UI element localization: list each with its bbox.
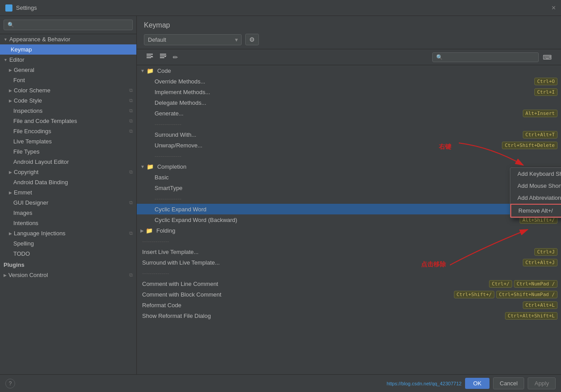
sidebar-item-color-scheme[interactable]: ▶ Color Scheme ⧉ [0, 85, 136, 95]
sidebar-item-copyright[interactable]: ▶ Copyright ⧉ [0, 167, 136, 177]
tree-item-surround-with[interactable]: Surround With... Ctrl+Alt+T [137, 129, 561, 140]
folder-icon-completion: 📁 [147, 163, 154, 170]
copy-icon-li: ⧉ [129, 230, 133, 236]
svg-rect-7 [160, 55, 164, 56]
content-area: Keymap Default Eclipse Emacs NetBeans Vi… [137, 16, 561, 374]
sidebar-item-file-types[interactable]: File Types [0, 147, 136, 157]
svg-rect-3 [147, 55, 151, 56]
sidebar-item-images[interactable]: Images [0, 208, 136, 218]
sidebar-item-label: Font [13, 77, 25, 83]
sidebar-search-input[interactable] [4, 20, 133, 30]
sidebar-item-plugins[interactable]: Plugins [0, 259, 136, 270]
apply-button[interactable]: Apply [528, 377, 556, 389]
tree-folder-code-label: Code [155, 67, 561, 74]
tree-item-smart-type[interactable]: SmartType Ctrl+Shift+空格 [137, 182, 561, 193]
sidebar-item-label: Emmet [14, 189, 32, 196]
tree-folder-folding[interactable]: ▶ 📁 Folding [137, 225, 561, 236]
sidebar-item-intentions[interactable]: Intentions [0, 218, 136, 228]
tree-folder-code[interactable]: ▼ 📁 Code [137, 65, 561, 76]
shortcuts-override: Ctrl+O [534, 78, 557, 85]
sidebar-item-live-templates[interactable]: Live Templates [0, 136, 136, 147]
context-menu-item-add-keyboard[interactable]: Add Keyboard Shortcut [510, 168, 561, 180]
tree-item-insert-live-template[interactable]: Insert Live Template... Ctrl+J [137, 246, 561, 257]
help-button[interactable]: ? [5, 379, 15, 388]
sidebar-item-editor[interactable]: ▼ Editor [0, 55, 136, 65]
keymap-select[interactable]: Default Eclipse Emacs NetBeans Visual St… [144, 34, 242, 45]
main-layout: ▼ Appearance & Behavior Keymap ▼ Editor … [0, 16, 561, 374]
sidebar-item-label: File Encodings [13, 128, 51, 135]
ok-button[interactable]: OK [465, 378, 489, 389]
shortcut-search-input[interactable] [432, 52, 539, 62]
tree-label: Comment with Line Comment [140, 281, 489, 287]
tree-label: Cyclic Expand Word [153, 206, 537, 213]
sidebar-item-language-injections[interactable]: ▶ Language Injections ⧉ [0, 228, 136, 238]
tree-item-surround-live-template[interactable]: Surround with Live Template... Ctrl+Alt+… [137, 257, 561, 268]
copy-icon-copyright: ⧉ [129, 169, 133, 175]
shortcuts-unwrap: Ctrl+Shift+Delete [502, 142, 557, 149]
edit-shortcut-button[interactable]: ✏ [171, 52, 180, 62]
tree-folder-completion[interactable]: ▼ 📁 Completion [137, 161, 561, 172]
expand-all-button[interactable] [157, 52, 169, 62]
sidebar-item-todo[interactable]: TODO [0, 249, 136, 259]
tree-item-cyclic-expand-word-backward[interactable]: Cyclic Expand Word (Backward) Alt+Shift+… [137, 214, 561, 225]
search-by-shortcut-button[interactable]: ⌨ [541, 52, 554, 62]
shortcuts-insert-live: Ctrl+J [534, 248, 557, 256]
sidebar-item-general[interactable]: ▶ General [0, 65, 136, 75]
cancel-button[interactable]: Cancel [493, 377, 524, 389]
sidebar-item-file-encodings[interactable]: File Encodings ⧉ [0, 126, 136, 136]
sidebar-item-gui-designer[interactable]: GUI Designer ⧉ [0, 198, 136, 208]
svg-rect-2 [147, 54, 153, 55]
sidebar-item-label: Version Control [8, 272, 48, 278]
tree-folder-folding-label: Folding [155, 227, 561, 234]
sidebar-item-inspections[interactable]: Inspections ⧉ [0, 106, 136, 116]
tree-item-comment-line[interactable]: Comment with Line Comment Ctrl+/ Ctrl+Nu… [137, 278, 561, 289]
keymap-tree[interactable]: ▼ 📁 Code Override Methods... Ctrl+O Impl… [137, 65, 561, 374]
expand-arrow-appearance: ▼ [4, 37, 8, 42]
copy-icon-color: ⧉ [129, 87, 133, 93]
sidebar-item-file-code-templates[interactable]: File and Code Templates ⧉ [0, 116, 136, 126]
tree-item-implement-methods[interactable]: Implement Methods... Ctrl+I [137, 87, 561, 97]
tree-item-basic[interactable]: Basic Ctrl+空格 [137, 172, 561, 182]
tree-item-override-methods[interactable]: Override Methods... Ctrl+O [137, 76, 561, 87]
context-menu-item-remove-alt[interactable]: Remove Alt+/ [510, 204, 561, 218]
sidebar-item-font[interactable]: Font [0, 75, 136, 85]
tree-item-cyclic-expand-word[interactable]: Cyclic Expand Word Alt+/ [137, 204, 561, 214]
sidebar-item-emmet[interactable]: ▶ Emmet [0, 187, 136, 198]
tree-item-delegate-methods[interactable]: Delegate Methods... [137, 97, 561, 108]
svg-rect-8 [160, 57, 164, 58]
separator-label: -------------- [153, 153, 561, 159]
tree-label: Comment with Block Comment [140, 291, 454, 298]
sidebar-item-android-data-binding[interactable]: Android Data Binding [0, 177, 136, 187]
sidebar-item-code-style[interactable]: ▶ Code Style ⧉ [0, 95, 136, 106]
tree-item-unwrap-remove[interactable]: Unwrap/Remove... Ctrl+Shift+Delete [137, 140, 561, 150]
context-menu-item-add-mouse[interactable]: Add Mouse Shortcut [510, 180, 561, 192]
tree-item-show-reformat-dialog[interactable]: Show Reformat File Dialog Ctrl+Alt+Shift… [137, 310, 561, 321]
title-bar: Settings × [0, 0, 561, 16]
tree-label: Surround with Live Template... [140, 259, 523, 266]
keymap-gear-button[interactable]: ⚙ [245, 34, 259, 45]
sidebar-item-label: TODO [13, 250, 30, 257]
sidebar-item-android-layout[interactable]: Android Layout Editor [0, 157, 136, 167]
window-title: Settings [16, 4, 37, 11]
sidebar-item-keymap[interactable]: Keymap [0, 44, 136, 55]
tree-item-reformat-code[interactable]: Reformat Code Ctrl+Alt+L [137, 300, 561, 310]
sidebar-item-label: File and Code Templates [13, 118, 77, 124]
tree-label: SmartType [153, 185, 510, 191]
csdn-link[interactable]: https://blog.csdn.net/qq_42307712 [386, 381, 462, 386]
sidebar-item-version-control[interactable]: ▶ Version Control ⧉ [0, 270, 136, 280]
tree-item-comment-block[interactable]: Comment with Block Comment Ctrl+Shift+/ … [137, 289, 561, 300]
tree-item-generate[interactable]: Generate... Alt+Insert [137, 108, 561, 119]
tree-separator-5: -------------- [137, 268, 561, 278]
tree-label: Reformat Code [140, 302, 523, 309]
sidebar-item-spelling[interactable]: Spelling [0, 238, 136, 249]
sidebar-item-label: Code Style [14, 97, 42, 104]
svg-point-1 [8, 7, 10, 9]
shortcuts-surround: Ctrl+Alt+T [523, 131, 557, 139]
sidebar-item-label: Keymap [11, 46, 32, 53]
close-button[interactable]: × [552, 4, 556, 12]
sidebar-item-appearance[interactable]: ▼ Appearance & Behavior [0, 34, 136, 44]
context-menu-item-add-abbreviation[interactable]: Add Abbreviation [510, 192, 561, 204]
separator-label: -------------- [140, 238, 561, 245]
collapse-all-button[interactable] [144, 52, 155, 62]
shortcuts-implement: Ctrl+I [534, 88, 557, 96]
